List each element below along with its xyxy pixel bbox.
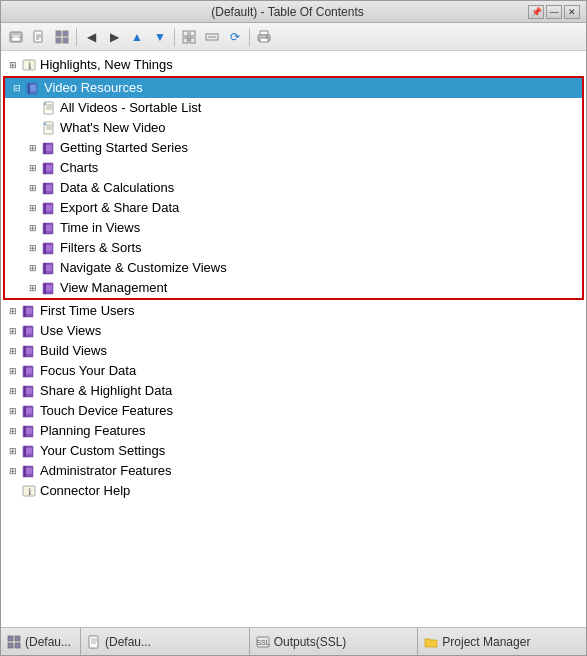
expand-build-views[interactable]: ⊞ [5, 343, 21, 359]
back-button[interactable]: ◀ [80, 26, 102, 48]
doc-icon-all-videos [41, 100, 57, 116]
svg-rect-7 [56, 31, 61, 36]
title-controls: 📌 — ✕ [528, 5, 580, 19]
status-pane-pm[interactable]: Project Manager [418, 628, 586, 655]
toolbar: ◀ ▶ ▲ ▼ ⊞ ⟳ [1, 23, 586, 51]
status-pane-2[interactable]: (Defau... [81, 628, 250, 655]
svg-rect-8 [63, 31, 68, 36]
main-content: ⊞ ℹ Highlights, New Things ⊟ [1, 51, 586, 627]
new-button[interactable] [28, 26, 50, 48]
svg-text:SSL: SSL [256, 639, 269, 646]
grid-button[interactable] [51, 26, 73, 48]
tree-item-navigate-customize[interactable]: ⊞ Navigate & Customize Views [5, 258, 582, 278]
expand-touch-device[interactable]: ⊞ [5, 403, 21, 419]
label-use-views: Use Views [40, 322, 101, 340]
expand-getting-started[interactable]: ⊞ [25, 140, 41, 156]
tree-item-build-views[interactable]: ⊞ Build Views [1, 341, 586, 361]
svg-point-39 [44, 123, 46, 125]
tree-item-touch-device[interactable]: ⊞ Touch Device Features [1, 401, 586, 421]
forward-button[interactable]: ▶ [103, 26, 125, 48]
status-outputs-icon: SSL [256, 635, 270, 649]
expand-custom-settings[interactable]: ⊞ [5, 443, 21, 459]
main-window: (Default) - Table Of Contents 📌 — ✕ [0, 0, 587, 656]
expand-filters-sorts[interactable]: ⊞ [25, 240, 41, 256]
svg-rect-101 [24, 386, 26, 397]
label-focus-data: Focus Your Data [40, 362, 136, 380]
tree-item-highlights[interactable]: ⊞ ℹ Highlights, New Things [1, 55, 586, 75]
expand-view-mgmt[interactable]: ⊞ [25, 280, 41, 296]
svg-rect-46 [44, 163, 46, 174]
label-build-views: Build Views [40, 342, 107, 360]
tree-item-filters-sorts[interactable]: ⊞ Filters & Sorts [5, 238, 582, 258]
label-data-calc: Data & Calculations [60, 179, 174, 197]
expand-data-calc[interactable]: ⊞ [25, 180, 41, 196]
close-button[interactable]: ✕ [564, 5, 580, 19]
expand-focus-data[interactable]: ⊞ [5, 363, 21, 379]
expand-time-views[interactable]: ⊞ [25, 220, 41, 236]
tree-item-getting-started[interactable]: ⊞ Getting Started Series [5, 138, 582, 158]
expand-navigate-customize[interactable]: ⊞ [25, 260, 41, 276]
tree-item-planning[interactable]: ⊞ Planning Features [1, 421, 586, 441]
window-title: (Default) - Table Of Contents [47, 5, 528, 19]
svg-rect-10 [63, 38, 68, 43]
svg-rect-76 [44, 283, 46, 294]
status-pane-outputs[interactable]: SSL Outputs(SSL) [250, 628, 419, 655]
tree-item-data-calc[interactable]: ⊞ Data & Calculations [5, 178, 582, 198]
tree-item-focus-data[interactable]: ⊞ Focus Your Data [1, 361, 586, 381]
svg-point-22 [266, 36, 268, 38]
expand-button[interactable]: ⊞ [178, 26, 200, 48]
tree-item-share-highlight[interactable]: ⊞ Share & Highlight Data [1, 381, 586, 401]
label-video-resources: Video Resources [44, 79, 143, 97]
collapse-button[interactable] [201, 26, 223, 48]
tree-item-admin[interactable]: ⊞ Administrator Features [1, 461, 586, 481]
tree-item-first-time-users[interactable]: ⊞ First Time Users [1, 301, 586, 321]
svg-rect-81 [24, 306, 26, 317]
expand-charts[interactable]: ⊞ [25, 160, 41, 176]
svg-rect-9 [56, 38, 61, 43]
expand-use-views[interactable]: ⊞ [5, 323, 21, 339]
svg-rect-71 [44, 263, 46, 274]
expand-first-time-users[interactable]: ⊞ [5, 303, 21, 319]
svg-rect-96 [24, 366, 26, 377]
tree-item-export-share[interactable]: ⊞ Export & Share Data [5, 198, 582, 218]
tree-item-custom-settings[interactable]: ⊞ Your Custom Settings [1, 441, 586, 461]
status-outputs-text: Outputs(SSL) [274, 635, 347, 649]
tree-item-time-views[interactable]: ⊞ Time in Views [5, 218, 582, 238]
tree-item-all-videos[interactable]: All Videos - Sortable List [5, 98, 582, 118]
expand-export-share[interactable]: ⊞ [25, 200, 41, 216]
minimize-button[interactable]: — [546, 5, 562, 19]
svg-rect-86 [24, 326, 26, 337]
sync-button[interactable]: ⟳ [224, 26, 246, 48]
home-button[interactable] [5, 26, 27, 48]
tree-item-whats-new[interactable]: What's New Video [5, 118, 582, 138]
up-button[interactable]: ▲ [126, 26, 148, 48]
tree-item-charts[interactable]: ⊞ Charts [5, 158, 582, 178]
status-pane-1[interactable]: (Defau... [1, 628, 81, 655]
expand-admin[interactable]: ⊞ [5, 463, 21, 479]
label-time-views: Time in Views [60, 219, 140, 237]
book-icon-getting-started [41, 140, 57, 156]
svg-rect-131 [89, 636, 98, 648]
book-icon-admin [21, 463, 37, 479]
title-bar: (Default) - Table Of Contents 📌 — ✕ [1, 1, 586, 23]
video-resources-box: ⊟ Video Resources [3, 76, 584, 300]
label-filters-sorts: Filters & Sorts [60, 239, 142, 257]
tree-item-view-mgmt[interactable]: ⊞ View Management [5, 278, 582, 298]
tree-item-use-views[interactable]: ⊞ Use Views [1, 321, 586, 341]
tree-panel[interactable]: ⊞ ℹ Highlights, New Things ⊟ [1, 51, 586, 627]
label-charts: Charts [60, 159, 98, 177]
pin-button[interactable]: 📌 [528, 5, 544, 19]
book-icon-planning [21, 423, 37, 439]
book-icon-use-views [21, 323, 37, 339]
expand-planning[interactable]: ⊞ [5, 423, 21, 439]
expand-video-resources[interactable]: ⊟ [9, 80, 25, 96]
sep1 [76, 28, 77, 46]
down-button[interactable]: ▼ [149, 26, 171, 48]
expand-highlights[interactable]: ⊞ [5, 57, 21, 73]
expand-share-highlight[interactable]: ⊞ [5, 383, 21, 399]
label-connector-help: Connector Help [40, 482, 130, 500]
svg-rect-130 [15, 643, 20, 648]
tree-item-connector-help[interactable]: ℹ Connector Help [1, 481, 586, 501]
print-button[interactable] [253, 26, 275, 48]
tree-item-video-resources[interactable]: ⊟ Video Resources [5, 78, 582, 98]
